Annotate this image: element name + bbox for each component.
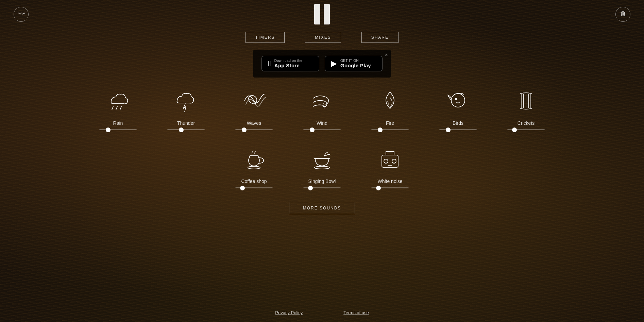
sound-item-singing-bowl[interactable]: Singing Bowl <box>302 144 342 188</box>
sound-grid: Rain Thunder <box>0 86 644 221</box>
share-button[interactable]: SHARE <box>361 32 399 43</box>
svg-point-5 <box>248 166 260 169</box>
singing-bowl-icon <box>307 144 337 174</box>
pause-bar-right <box>324 4 330 24</box>
nav-row: TIMERS MIXES SHARE <box>245 32 399 43</box>
sound-item-coffee-shop[interactable]: Coffee shop <box>234 144 274 188</box>
fire-label: Fire <box>386 120 394 126</box>
google-play-large-text: Google Play <box>340 63 371 68</box>
fire-icon <box>375 86 405 116</box>
sound-item-rain[interactable]: Rain <box>98 86 138 130</box>
coffee-shop-slider[interactable] <box>235 187 273 188</box>
pause-button[interactable] <box>314 4 330 24</box>
waves-icon <box>239 86 269 116</box>
crickets-slider[interactable] <box>507 129 545 130</box>
app-store-banner: ×  Download on the App Store ▶ GET IT O… <box>253 50 391 78</box>
birds-icon <box>443 86 473 116</box>
waveform-icon <box>17 10 25 19</box>
coffee-shop-label: Coffee shop <box>241 179 267 184</box>
coffee-shop-icon <box>239 144 269 174</box>
app-store-small-text: Download on the <box>274 59 303 63</box>
svg-point-4 <box>455 98 457 100</box>
sound-item-waves[interactable]: Waves <box>234 86 274 130</box>
wind-icon <box>307 86 337 116</box>
waves-slider[interactable] <box>235 129 273 130</box>
rain-label: Rain <box>113 120 123 126</box>
thunder-label: Thunder <box>177 120 195 126</box>
google-play-button[interactable]: ▶ GET IT ON Google Play <box>325 56 383 71</box>
birds-slider[interactable] <box>439 129 477 130</box>
singing-bowl-label: Singing Bowl <box>308 179 336 184</box>
google-play-small-text: GET IT ON <box>340 59 371 63</box>
more-sounds-button[interactable]: MORE SOUNDS <box>289 202 355 214</box>
sound-item-fire[interactable]: Fire <box>370 86 410 130</box>
close-banner-button[interactable]: × <box>385 52 388 58</box>
mixes-button[interactable]: MIXES <box>305 32 341 43</box>
sound-item-white-noise[interactable]: White noise <box>370 144 410 188</box>
top-bar <box>0 0 644 29</box>
fire-slider[interactable] <box>371 129 409 130</box>
waves-label: Waves <box>247 120 261 126</box>
sound-item-birds[interactable]: Birds <box>438 86 478 130</box>
apple-icon:  <box>268 59 271 68</box>
svg-line-2 <box>120 106 121 110</box>
crickets-label: Crickets <box>518 120 535 126</box>
svg-line-1 <box>116 106 117 110</box>
sound-item-wind[interactable]: Wind <box>302 86 342 130</box>
wind-slider[interactable] <box>303 129 341 130</box>
svg-point-6 <box>315 166 329 169</box>
trash-icon <box>620 10 626 19</box>
terms-of-use-link[interactable]: Terms of use <box>343 310 369 315</box>
footer: Privacy Policy Terms of use <box>275 310 369 315</box>
waveform-button[interactable] <box>14 7 29 22</box>
crickets-icon <box>511 86 541 116</box>
pause-bar-left <box>314 4 320 24</box>
sound-row-1: Rain Thunder <box>98 86 546 130</box>
thunder-slider[interactable] <box>167 129 205 130</box>
google-play-icon: ▶ <box>331 59 337 68</box>
birds-label: Birds <box>453 120 463 126</box>
trash-button[interactable] <box>615 7 630 22</box>
app-store-large-text: App Store <box>274 63 303 68</box>
rain-icon <box>103 86 133 116</box>
singing-bowl-slider[interactable] <box>303 187 341 188</box>
svg-point-3 <box>451 94 465 107</box>
svg-point-8 <box>384 159 388 163</box>
sound-item-thunder[interactable]: Thunder <box>166 86 206 130</box>
app-store-button[interactable]:  Download on the App Store <box>261 56 319 71</box>
svg-line-0 <box>112 106 113 110</box>
wind-label: Wind <box>317 120 327 126</box>
white-noise-icon <box>375 144 405 174</box>
sound-row-2: Coffee shop Singing Bowl <box>234 144 410 188</box>
svg-point-9 <box>392 159 396 163</box>
timers-button[interactable]: TIMERS <box>245 32 285 43</box>
privacy-policy-link[interactable]: Privacy Policy <box>275 310 303 315</box>
sound-item-crickets[interactable]: Crickets <box>506 86 546 130</box>
thunder-icon <box>171 86 201 116</box>
white-noise-label: White noise <box>377 179 402 184</box>
white-noise-slider[interactable] <box>371 187 409 188</box>
rain-slider[interactable] <box>99 129 137 130</box>
